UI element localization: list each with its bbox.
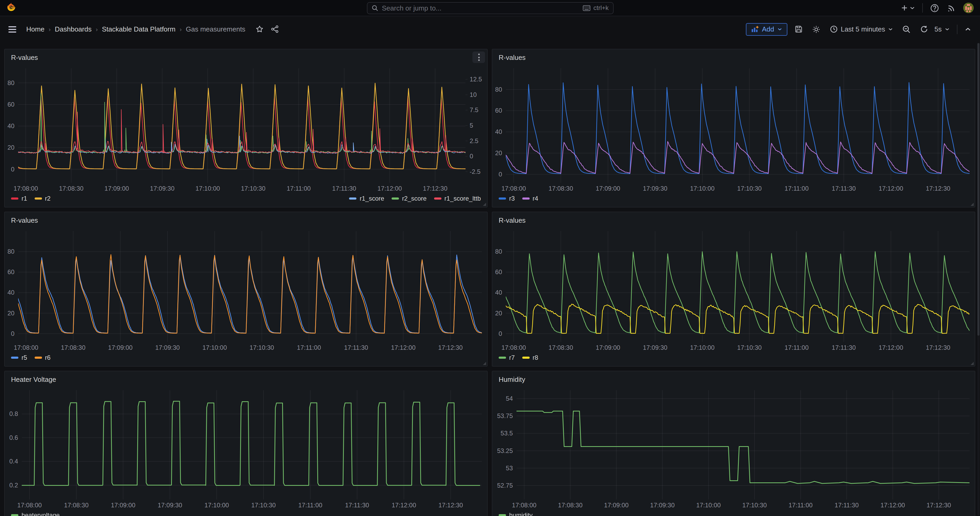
search-input[interactable]: Search or jump to... ctrl+k [367,2,613,14]
timeseries-chart[interactable]: 17:08:0017:08:3017:09:0017:09:3017:10:00… [5,387,487,510]
svg-text:0.4: 0.4 [9,458,18,465]
avatar[interactable] [963,3,974,13]
svg-text:54: 54 [506,395,513,402]
new-menu-button[interactable] [900,3,916,13]
svg-text:0: 0 [11,330,14,337]
legend-item[interactable]: r8 [522,354,538,362]
svg-text:17:09:00: 17:09:00 [596,344,620,351]
timeseries-chart[interactable]: 17:08:0017:08:3017:09:0017:09:3017:10:00… [492,65,975,193]
svg-text:17:10:00: 17:10:00 [204,502,229,509]
timeseries-chart[interactable]: 17:08:0017:08:3017:09:0017:09:3017:10:00… [492,387,975,510]
svg-text:80: 80 [495,86,502,93]
panel-r-values-1: R-values 17:08:0017:08:3017:09:0017:09:3… [4,49,488,207]
legend-series-label: r1_score_lttb [444,195,481,202]
share-button[interactable] [270,24,280,34]
refresh-button[interactable] [918,24,931,35]
breadcrumb-home[interactable]: Home [26,25,45,33]
panel-title[interactable]: R-values [499,216,526,224]
svg-text:17:08:00: 17:08:00 [501,185,526,192]
legend-series-color [499,357,506,359]
legend-item[interactable]: r4 [522,195,538,202]
svg-text:17:11:00: 17:11:00 [789,502,813,509]
legend-series-color [522,197,529,199]
svg-text:40: 40 [495,128,502,135]
svg-text:17:08:30: 17:08:30 [558,502,582,509]
svg-text:17:09:30: 17:09:30 [158,502,182,509]
panel-heater-voltage: Heater Voltage 17:08:0017:08:3017:09:001… [4,371,488,516]
legend-series-color [499,514,506,516]
legend-item[interactable]: r6 [34,354,50,362]
breadcrumb-dashboards[interactable]: Dashboards [55,25,92,33]
refresh-icon [920,25,928,33]
svg-text:17:10:30: 17:10:30 [250,344,274,351]
svg-text:17:08:00: 17:08:00 [18,502,42,509]
panel-r-values-2: R-values 17:08:0017:08:3017:09:0017:09:3… [492,49,975,207]
svg-text:53.5: 53.5 [501,430,513,437]
legend-series-label: humidity [509,511,533,516]
rss-icon [947,4,956,12]
search-placeholder: Search or jump to... [382,4,579,12]
svg-text:0: 0 [499,330,502,337]
top-bar: Search or jump to... ctrl+k [0,0,980,16]
mega-menu-toggle[interactable] [7,24,18,34]
favorite-button[interactable] [255,24,265,34]
svg-text:17:11:30: 17:11:30 [832,344,856,351]
legend-series-label: r8 [533,354,538,362]
legend-item[interactable]: heatervoltage [11,511,60,516]
add-panel-button[interactable]: Add [746,23,787,35]
svg-text:17:09:00: 17:09:00 [111,502,135,509]
timeseries-chart[interactable]: 17:08:0017:08:3017:09:0017:09:3017:10:00… [492,228,975,352]
legend-item[interactable]: r2_score [391,195,426,202]
svg-text:17:08:30: 17:08:30 [549,185,573,192]
collapse-toolbar-button[interactable] [963,25,973,33]
panel-menu-button[interactable] [473,51,485,63]
legend-item[interactable]: r3 [499,195,515,202]
svg-text:17:09:30: 17:09:30 [150,185,174,192]
svg-text:17:08:00: 17:08:00 [501,344,526,351]
svg-text:-2.5: -2.5 [470,168,480,175]
svg-text:0: 0 [470,153,473,160]
chevron-down-icon [888,27,893,31]
legend-item[interactable]: r1 [11,195,27,202]
zoom-out-button[interactable] [900,23,913,35]
svg-text:60: 60 [495,268,502,276]
legend-series-color [434,197,441,199]
svg-text:20: 20 [7,310,14,317]
refresh-interval-picker[interactable]: 5s [932,24,951,35]
timeseries-chart[interactable]: 17:08:0017:08:3017:09:0017:09:3017:10:00… [5,228,487,352]
svg-text:80: 80 [7,248,14,255]
time-range-picker[interactable]: Last 5 minutes [827,24,895,35]
svg-text:53.75: 53.75 [497,412,513,419]
panel-title[interactable]: R-values [499,53,526,61]
breadcrumb-folder[interactable]: Stackable Data Platform [102,25,175,33]
svg-text:17:12:30: 17:12:30 [438,344,463,351]
legend-item[interactable]: r1_score [349,195,384,202]
legend-item[interactable]: humidity [499,511,533,516]
svg-text:5: 5 [470,122,473,129]
grafana-logo[interactable] [6,2,16,14]
legend-item[interactable]: r2 [34,195,50,202]
save-dashboard-button[interactable] [792,24,804,35]
legend-item[interactable]: r7 [499,354,515,362]
svg-text:0.8: 0.8 [9,410,18,417]
panel-title[interactable]: Heater Voltage [11,375,56,383]
timeseries-chart[interactable]: 17:08:0017:08:3017:09:0017:09:3017:10:00… [5,65,487,193]
svg-text:53.25: 53.25 [497,447,513,454]
svg-text:17:11:00: 17:11:00 [298,502,322,509]
page-scrollbar[interactable] [977,43,980,515]
legend-item[interactable]: r1_score_lttb [434,195,481,202]
search-shortcut: ctrl+k [583,4,609,11]
help-button[interactable] [929,2,940,13]
svg-text:2.5: 2.5 [470,137,479,145]
svg-text:80: 80 [495,248,502,255]
news-button[interactable] [947,3,957,13]
legend-item[interactable]: r5 [11,354,27,362]
panel-title[interactable]: R-values [11,53,38,61]
panel-humidity: Humidity 17:08:0017:08:3017:09:0017:09:3… [492,371,975,516]
question-circle-icon [930,3,939,12]
panel-title[interactable]: Humidity [499,375,525,383]
panel-title[interactable]: R-values [11,216,38,224]
svg-text:52.75: 52.75 [497,482,513,489]
svg-text:17:12:30: 17:12:30 [926,185,950,192]
dashboard-settings-button[interactable] [810,23,822,35]
